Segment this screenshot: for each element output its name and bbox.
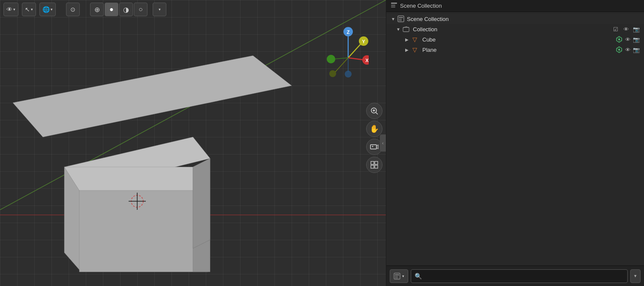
search-icon: 🔍 xyxy=(415,273,422,280)
plane-modifier-icon[interactable] xyxy=(615,45,623,54)
plane-render-icon[interactable]: 📷 xyxy=(632,45,641,54)
svg-rect-58 xyxy=(395,274,399,275)
svg-line-55 xyxy=(617,48,618,49)
render-shading-btn[interactable]: ○ xyxy=(134,3,147,16)
svg-point-46 xyxy=(618,39,620,40)
viewport-panel[interactable]: 👁 ▾ ↖ ▾ 🌐 ▾ ⊙ ⊕ ● ◑ ○ ▾ xyxy=(0,0,386,286)
overlay-icon: ⊕ xyxy=(94,6,100,14)
z-axis-label: Z xyxy=(347,30,350,35)
proportional-icon: ⊙ xyxy=(70,6,75,13)
svg-rect-38 xyxy=(391,5,395,6)
svg-rect-39 xyxy=(391,6,395,8)
svg-rect-36 xyxy=(375,165,378,168)
collection-checkbox-icon[interactable]: ☑ xyxy=(611,25,620,33)
cube-mesh-icon: ▽ xyxy=(410,35,419,44)
filter-dropdown-arrow: ▾ xyxy=(402,274,404,278)
dropdown-arrow-icon: ▾ xyxy=(13,7,15,12)
filter-type-btn[interactable]: ▾ xyxy=(630,269,641,283)
solid-shading-btn[interactable]: ● xyxy=(105,3,118,16)
svg-rect-33 xyxy=(371,161,374,164)
hand-icon: ✋ xyxy=(370,124,379,134)
outliner-header-icon xyxy=(391,2,397,10)
scene-collection-row[interactable]: ▼ Scene Collection xyxy=(386,14,644,24)
grid-tool-btn[interactable] xyxy=(366,157,382,173)
plane-expand-arrow[interactable]: ▶ xyxy=(403,46,410,53)
solid-sphere-icon: ● xyxy=(109,6,114,13)
svg-rect-43 xyxy=(399,20,402,21)
outliner-tree[interactable]: ▼ Scene Collection ▼ Collection xyxy=(386,12,644,265)
svg-rect-35 xyxy=(371,165,374,168)
viewport-display-btn[interactable]: 👁 ▾ xyxy=(3,3,18,16)
outliner-panel: Scene Collection ▼ Scene Collection ▼ xyxy=(386,0,644,286)
material-sphere-icon: ◑ xyxy=(123,6,129,14)
material-shading-btn[interactable]: ◑ xyxy=(119,3,133,16)
collection-icon xyxy=(402,25,410,33)
cube-render-icon[interactable]: 📷 xyxy=(632,35,641,44)
cube-visibility-icon[interactable]: 👁 xyxy=(623,35,632,44)
plane-mesh-icon: ▽ xyxy=(410,45,419,54)
scene-collection-label: Scene Collection xyxy=(407,16,449,22)
viewport-toolbar: 👁 ▾ ↖ ▾ 🌐 ▾ ⊙ ⊕ ● ◑ ○ ▾ xyxy=(0,0,386,19)
search-input[interactable] xyxy=(424,273,624,279)
svg-line-50 xyxy=(620,40,621,41)
collection-expand[interactable]: ▼ xyxy=(395,26,402,33)
transform-mode-btn[interactable]: ↖ ▾ xyxy=(22,3,36,16)
dropdown-arrow-filter: ▾ xyxy=(634,273,637,279)
x-axis-label: X xyxy=(365,58,369,63)
search-bar[interactable]: 🔍 xyxy=(411,269,628,283)
svg-line-23 xyxy=(334,58,348,59)
shading-options-btn[interactable]: ▾ xyxy=(153,3,166,16)
collection-render-icon[interactable]: 📷 xyxy=(632,25,641,33)
render-sphere-icon: ○ xyxy=(138,6,143,13)
plane-label: Plane xyxy=(422,47,615,53)
svg-line-49 xyxy=(617,38,618,39)
outliner-title: Scene Collection xyxy=(400,3,640,9)
dropdown-arrow-icon2: ▾ xyxy=(31,7,33,12)
panel-collapse-handle[interactable]: ‹ xyxy=(380,134,386,152)
overlay-btn[interactable]: ⊕ xyxy=(90,3,104,16)
svg-rect-41 xyxy=(399,17,403,18)
cube-item-row[interactable]: ▶ ▽ Cube 👁 📷 xyxy=(386,34,644,45)
cube-expand-arrow[interactable]: ▶ xyxy=(403,36,410,43)
dropdown-shading-icon: ▾ xyxy=(159,7,161,12)
dropdown-arrow-icon3: ▾ xyxy=(51,7,53,12)
globe-icon: 🌐 xyxy=(42,6,50,13)
orientation-gizmo[interactable]: Z Y X xyxy=(326,26,369,81)
svg-line-56 xyxy=(620,51,621,51)
plane-visibility-icon[interactable]: 👁 xyxy=(623,45,632,54)
collection-label: Collection xyxy=(413,26,611,33)
proportional-edit-btn[interactable]: ⊙ xyxy=(66,3,80,16)
svg-point-32 xyxy=(373,146,373,147)
collection-row[interactable]: ▼ Collection ☑ 👁 📷 xyxy=(386,24,644,34)
svg-rect-34 xyxy=(375,161,378,164)
svg-rect-60 xyxy=(395,277,398,278)
scene-icon xyxy=(397,15,405,23)
svg-line-26 xyxy=(376,112,378,114)
svg-rect-42 xyxy=(399,19,402,20)
plane-item-row[interactable]: ▶ ▽ Plane 👁 📷 xyxy=(386,45,644,55)
svg-rect-59 xyxy=(395,276,398,277)
svg-point-52 xyxy=(618,49,620,51)
scene-collection-expand[interactable]: ▼ xyxy=(390,15,397,22)
y-axis-label: Y xyxy=(362,39,365,44)
collection-row-icons: ☑ 👁 📷 xyxy=(611,25,641,33)
svg-line-17 xyxy=(348,58,364,60)
zoom-in-tool-btn[interactable] xyxy=(366,103,382,119)
svg-rect-37 xyxy=(391,3,397,4)
cursor-icon: ↖ xyxy=(25,6,30,13)
outliner-header: Scene Collection xyxy=(386,0,644,12)
collection-visibility-icon[interactable]: 👁 xyxy=(622,25,630,33)
svg-rect-29 xyxy=(370,145,376,149)
svg-rect-44 xyxy=(403,27,409,32)
svg-point-20 xyxy=(345,71,352,77)
svg-point-24 xyxy=(327,55,335,63)
filter-options-btn[interactable]: ▾ xyxy=(390,269,408,283)
svg-point-22 xyxy=(329,70,336,77)
eye-icon: 👁 xyxy=(6,6,12,13)
cube-modifier-icon[interactable] xyxy=(615,35,623,44)
svg-line-15 xyxy=(348,44,361,58)
outliner-footer: ▾ 🔍 ▾ xyxy=(386,265,644,286)
cube-label: Cube xyxy=(422,36,615,43)
snap-btn[interactable]: 🌐 ▾ xyxy=(39,3,56,16)
svg-line-21 xyxy=(335,58,348,72)
